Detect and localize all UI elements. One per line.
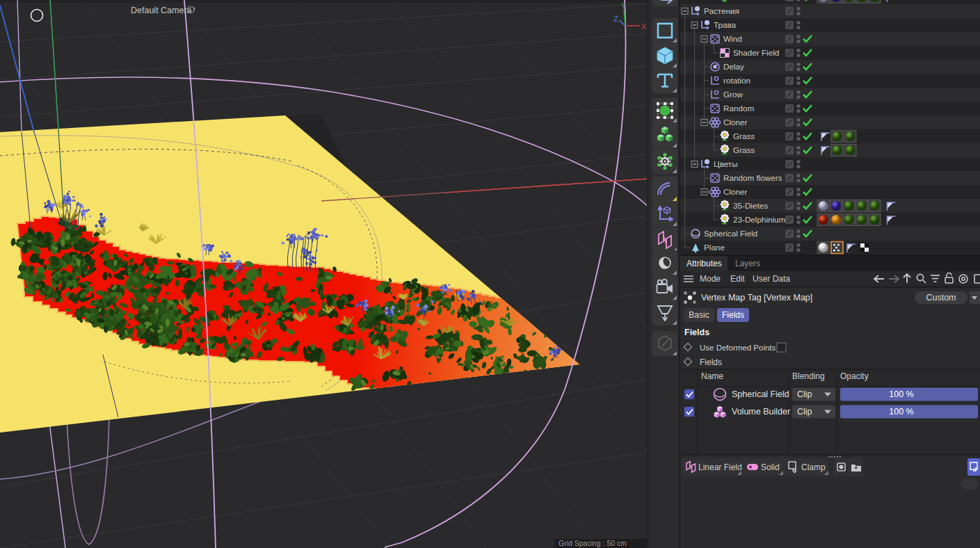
svg-text:Edit: Edit [730,274,745,284]
svg-text:Linear Field: Linear Field [698,462,742,472]
svg-text:Cloner: Cloner [723,187,748,196]
svg-text:User Data: User Data [753,274,790,284]
svg-text:Basic: Basic [689,310,709,320]
svg-text:Z: Z [613,15,618,23]
svg-text:+: + [854,465,858,472]
svg-text:Mode: Mode [700,274,721,284]
svg-text:23-Delphinium: 23-Delphinium [733,215,785,224]
svg-text:Layers: Layers [735,259,760,268]
svg-text:Fields: Fields [684,328,709,337]
svg-text:Volume Builder: Volume Builder [732,407,790,417]
svg-text:Plane: Plane [704,243,725,252]
svg-text:Grass: Grass [733,131,755,140]
svg-text:Name: Name [701,371,723,381]
svg-text:Solid: Solid [761,462,780,472]
svg-text:Shader Field: Shader Field [733,48,779,57]
svg-text:Random: Random [723,104,754,113]
svg-text:Grass: Grass [733,145,755,154]
svg-text:Cloner: Cloner [723,118,748,127]
svg-text:Spherical Field: Spherical Field [704,229,757,238]
svg-text:Цветы: Цветы [714,159,738,168]
svg-text:Wind: Wind [723,34,742,43]
svg-text:100 %: 100 % [889,389,913,399]
svg-text:Растения: Растения [704,6,739,15]
svg-text:35-Dietes: 35-Dietes [733,201,768,210]
svg-text:Трава: Трава [714,20,737,29]
svg-text:Grow: Grow [723,90,743,99]
svg-text:Clamp: Clamp [801,462,826,472]
svg-text:Y: Y [621,2,626,10]
svg-text:Blending: Blending [792,371,825,381]
svg-text:Delay: Delay [723,62,744,71]
svg-text:Opacity: Opacity [840,371,869,381]
svg-text:Vertex Map Tag [Vertex Map]: Vertex Map Tag [Vertex Map] [701,293,812,303]
svg-text:Custom: Custom [926,293,956,303]
svg-text:Attributes: Attributes [686,259,722,268]
svg-text:35-Dietes: 35-Dietes [733,0,768,1]
svg-text:X: X [641,22,647,31]
svg-text:Random flowers: Random flowers [723,173,782,182]
svg-text:Fields: Fields [722,310,744,320]
svg-text:Use Deformed Points: Use Deformed Points [700,344,776,352]
svg-text:Clip: Clip [797,407,812,417]
svg-text:Clip: Clip [797,389,812,399]
svg-text:rotation: rotation [723,76,750,85]
svg-text:100 %: 100 % [889,407,913,417]
svg-text:Grid Spacing : 50 cm: Grid Spacing : 50 cm [559,539,627,547]
svg-text:Default Camera: Default Camera [131,6,192,15]
svg-text:Fields: Fields [700,357,722,367]
svg-text:Spherical Field: Spherical Field [732,389,789,399]
